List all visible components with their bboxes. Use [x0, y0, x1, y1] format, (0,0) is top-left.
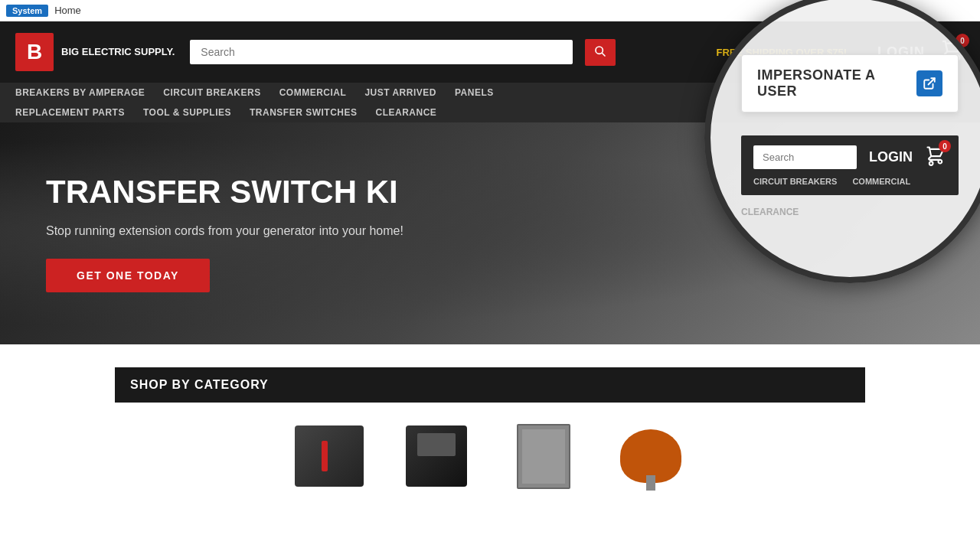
category-item-panels[interactable]	[498, 418, 590, 494]
product-panel-shape	[517, 424, 570, 489]
magnifier-nav-circuit-breakers[interactable]: CIRCUIT BREAKERS	[753, 177, 837, 186]
nav-item-circuit-breakers[interactable]: CIRCUIT BREAKERS	[163, 87, 260, 98]
magnifier-nav-row: CIRCUIT BREAKERS COMMERCIAL	[753, 177, 946, 186]
nav-item-breakers-amperage[interactable]: BREAKERS BY AMPERAGE	[15, 87, 145, 98]
logo-icon: B	[15, 33, 54, 71]
nav-item-just-arrived[interactable]: JUST ARRIVED	[364, 87, 436, 98]
category-img-tools	[605, 418, 697, 494]
external-link-icon	[923, 77, 936, 90]
magnifier-content: IMPERSONATE A USER	[710, 31, 980, 244]
category-header: SHOP BY CATEGORY	[115, 367, 865, 403]
svg-line-0	[929, 78, 935, 84]
page-wrapper: System Home B BIG ELECTRIC SUPPLY. FREE …	[0, 0, 980, 551]
impersonate-label: IMPERSONATE A USER	[757, 67, 916, 99]
category-item-contactors[interactable]	[390, 418, 482, 494]
category-img-panels	[498, 418, 590, 494]
magnifier-search-input[interactable]	[753, 145, 857, 169]
hero-content: TRANSFER SWITCH KI Stop running extensio…	[0, 174, 449, 292]
category-grid	[115, 418, 865, 494]
magnifier-header-dark: LOGIN 0 CIRCUIT BREAKERS COMMERCIAL	[741, 135, 959, 195]
logo[interactable]: B BIG ELECTRIC SUPPLY.	[15, 33, 175, 71]
nav-item-tool-supplies[interactable]: TOOL & SUPPLIES	[143, 107, 231, 118]
impersonate-bar: IMPERSONATE A USER	[741, 54, 959, 112]
category-item-breakers[interactable]	[283, 418, 375, 494]
logo-text: BIG ELECTRIC SUPPLY.	[61, 46, 175, 58]
category-section: SHOP BY CATEGORY	[0, 344, 980, 494]
magnifier-clearance-row: CLEARANCE	[741, 201, 959, 221]
magnifier-search-container	[753, 145, 857, 169]
system-badge: System	[6, 5, 48, 17]
nav-item-replacement-parts[interactable]: REPLACEMENT PARTS	[15, 107, 125, 118]
product-contactor-shape	[406, 425, 467, 487]
hero-subtitle: Stop running extension cords from your g…	[46, 222, 403, 240]
magnifier-login-button[interactable]: LOGIN	[869, 149, 913, 165]
magnifier-login-cart: LOGIN 0	[869, 145, 946, 169]
hero-cta-button[interactable]: GET ONE TODAY	[46, 259, 210, 292]
magnifier-clearance-label: CLEARANCE	[741, 207, 799, 217]
category-img-breakers	[283, 418, 375, 494]
nav-item-transfer-switches[interactable]: TRANSFER SWITCHES	[250, 107, 358, 118]
magnifier-cart[interactable]: 0	[925, 145, 946, 169]
search-icon	[594, 45, 606, 57]
magnifier-cart-badge: 0	[939, 140, 951, 152]
product-drill-shape	[620, 429, 681, 483]
search-bar	[190, 40, 573, 64]
hero-title: TRANSFER SWITCH KI	[46, 174, 403, 210]
category-img-contactors	[390, 418, 482, 494]
nav-item-commercial[interactable]: COMMERCIAL	[279, 87, 347, 98]
nav-item-clearance[interactable]: CLEARANCE	[376, 107, 437, 118]
product-breaker-shape	[295, 425, 364, 487]
magnifier-nav-commercial[interactable]: COMMERCIAL	[852, 177, 910, 186]
impersonate-icon-button[interactable]	[916, 70, 942, 96]
nav-item-panels[interactable]: PANELS	[455, 87, 494, 98]
magnifier-top-row: LOGIN 0	[753, 145, 946, 169]
search-input[interactable]	[190, 40, 573, 64]
system-home: Home	[54, 5, 81, 16]
category-item-tools[interactable]	[605, 418, 697, 494]
search-button[interactable]	[585, 39, 616, 66]
